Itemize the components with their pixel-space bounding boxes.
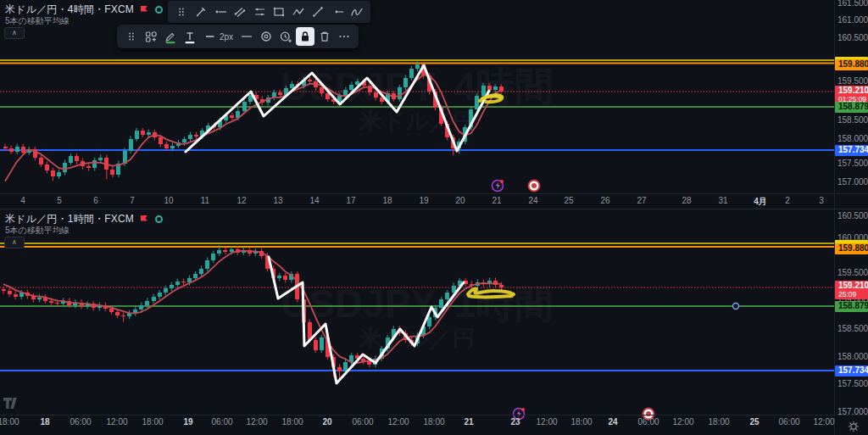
templates-button[interactable] bbox=[142, 27, 160, 46]
time-label: 3 bbox=[819, 196, 824, 205]
flat-channel-tool-icon bbox=[252, 4, 267, 20]
more-icon bbox=[337, 29, 352, 44]
watermark-1h: USDJPY, 1時間 米ドル／円 bbox=[0, 283, 834, 352]
current-price-line-price-label: 159.21025:09 bbox=[835, 281, 868, 299]
time-label: 24 bbox=[528, 196, 537, 205]
time-label: 06:00 bbox=[352, 417, 373, 427]
tradingview-logo-icon bbox=[3, 397, 22, 410]
trash-icon bbox=[317, 29, 332, 44]
panel-axis-divider bbox=[0, 415, 868, 415]
price-tick: 160.500 bbox=[837, 33, 868, 42]
settings-icon bbox=[259, 29, 274, 44]
price-tick: 158.500 bbox=[837, 115, 868, 125]
time-label: 18:00 bbox=[708, 417, 729, 427]
time-label: 21 bbox=[464, 417, 473, 427]
line-width-button[interactable]: 2px bbox=[200, 27, 236, 46]
time-label: 6 bbox=[93, 196, 98, 205]
time-label: 25 bbox=[564, 196, 573, 205]
panel-divider[interactable] bbox=[0, 209, 868, 209]
time-label: 06:00 bbox=[70, 417, 91, 427]
time-axis-settings-button[interactable] bbox=[846, 419, 861, 434]
horizontal-ray-tool[interactable] bbox=[328, 3, 347, 21]
horizontal-line-tool-icon bbox=[213, 4, 228, 20]
time-label: 7 bbox=[130, 196, 135, 205]
price-tick: 161.500 bbox=[837, 0, 868, 8]
line-color-button[interactable] bbox=[161, 27, 180, 46]
price-tick: 158.000 bbox=[837, 352, 868, 361]
gear-icon bbox=[846, 419, 861, 434]
time-label: 5 bbox=[57, 196, 62, 205]
time-label: 19 bbox=[183, 417, 192, 427]
drag-handle-icon bbox=[174, 4, 189, 20]
time-label: 06:00 bbox=[211, 417, 232, 427]
line-style-button[interactable] bbox=[237, 27, 256, 46]
signature-tool-icon bbox=[349, 4, 364, 20]
rectangle-tool[interactable] bbox=[270, 3, 288, 21]
time-label: 06:00 bbox=[637, 417, 659, 427]
brush-tool-icon bbox=[193, 4, 209, 20]
blue-hline-price-label: 157.734 bbox=[835, 365, 868, 376]
economic-event-icon bbox=[492, 180, 504, 192]
time-label: 24 bbox=[608, 417, 617, 427]
drag-handle-button[interactable] bbox=[172, 3, 191, 21]
time-label: 11 bbox=[201, 196, 209, 205]
market-status-icon bbox=[155, 6, 163, 14]
drawing-properties-toolbar: 2px bbox=[117, 25, 359, 48]
text-color-icon bbox=[182, 29, 198, 44]
time-label: 18:00 bbox=[142, 417, 163, 427]
legend-collapse-button-1h[interactable]: ∧ bbox=[4, 237, 25, 248]
watermark-4h: USDJPY, 4時間 米ドル／円 bbox=[0, 66, 834, 135]
signature-tool[interactable] bbox=[348, 3, 366, 21]
time-label: 27 bbox=[637, 196, 646, 205]
more-button[interactable] bbox=[335, 27, 353, 46]
time-label: 12:00 bbox=[672, 417, 693, 427]
trend-line-tool-icon bbox=[310, 4, 326, 20]
templates-icon bbox=[143, 29, 159, 44]
lock-button[interactable] bbox=[296, 27, 314, 46]
tradingview-logo[interactable] bbox=[3, 397, 22, 413]
line-handle bbox=[733, 304, 739, 310]
horizontal-line-tool[interactable] bbox=[211, 3, 230, 21]
time-label: 31 bbox=[718, 196, 727, 205]
highlighter-drawing bbox=[480, 95, 502, 102]
highlighter-drawing bbox=[469, 296, 512, 298]
brush-tool[interactable] bbox=[192, 3, 210, 21]
line-style-icon bbox=[239, 29, 254, 44]
settings-button[interactable] bbox=[257, 27, 275, 46]
time-label: 14 bbox=[309, 196, 319, 205]
blue-hline-price-label: 157.734 bbox=[835, 145, 868, 156]
time-label: 18 bbox=[40, 417, 49, 427]
flag-icon[interactable] bbox=[140, 5, 149, 14]
trend-line-tool[interactable] bbox=[309, 3, 327, 21]
trash-button[interactable] bbox=[315, 27, 334, 46]
time-label: 2 bbox=[785, 196, 790, 205]
time-label: 18:00 bbox=[0, 417, 19, 427]
trading-chart-app: USDJPY, 4時間 米ドル／円 米ドル／円・4時間・FXCM 5本の移動平均… bbox=[0, 0, 868, 435]
text-color-button[interactable] bbox=[181, 27, 199, 46]
zigzag-drawing bbox=[186, 65, 489, 152]
zigzag-wave-tool[interactable] bbox=[289, 3, 308, 21]
drag-handle-button[interactable] bbox=[122, 27, 141, 46]
alert-button[interactable] bbox=[276, 27, 295, 46]
time-label: 23 bbox=[510, 417, 520, 427]
parallel-channel-tool[interactable] bbox=[231, 3, 249, 21]
price-tick: 161.000 bbox=[837, 15, 868, 25]
line-width-icon bbox=[203, 29, 219, 44]
price-tick: 159.500 bbox=[837, 76, 868, 86]
orange-hline-price-label: 159.880 bbox=[835, 243, 868, 254]
indicator-label-1h[interactable]: 5本の移動平均線 bbox=[5, 225, 70, 237]
price-tick: 159.500 bbox=[837, 268, 868, 277]
zigzag-wave-tool-icon bbox=[291, 4, 306, 20]
time-label: 19 bbox=[419, 196, 428, 205]
market-status-icon bbox=[155, 215, 163, 223]
legend-collapse-button-4h[interactable]: ∧ bbox=[4, 27, 25, 39]
time-label: 12 bbox=[236, 196, 246, 205]
time-label: 06:00 bbox=[778, 417, 799, 427]
flag-icon[interactable] bbox=[140, 215, 149, 224]
moving-average-line bbox=[3, 251, 502, 363]
flat-channel-tool[interactable] bbox=[250, 3, 269, 21]
highlighter-drawing bbox=[482, 97, 500, 98]
line-color-icon bbox=[163, 29, 178, 44]
indicator-label-4h[interactable]: 5本の移動平均線 bbox=[5, 15, 70, 27]
rectangle-tool-icon bbox=[271, 4, 287, 20]
